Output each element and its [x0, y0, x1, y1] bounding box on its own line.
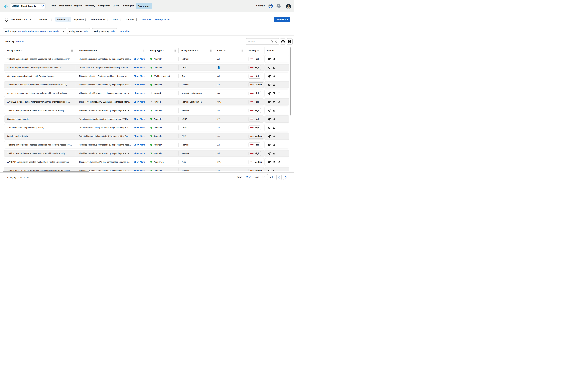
svg-text:aws: aws: [217, 161, 220, 163]
svg-text:aws: aws: [217, 118, 220, 120]
svg-text:aws: aws: [217, 101, 220, 102]
svg-text:AI: AI: [278, 5, 279, 7]
svg-text:aws: aws: [217, 92, 220, 94]
svg-text:aws: aws: [217, 135, 220, 137]
